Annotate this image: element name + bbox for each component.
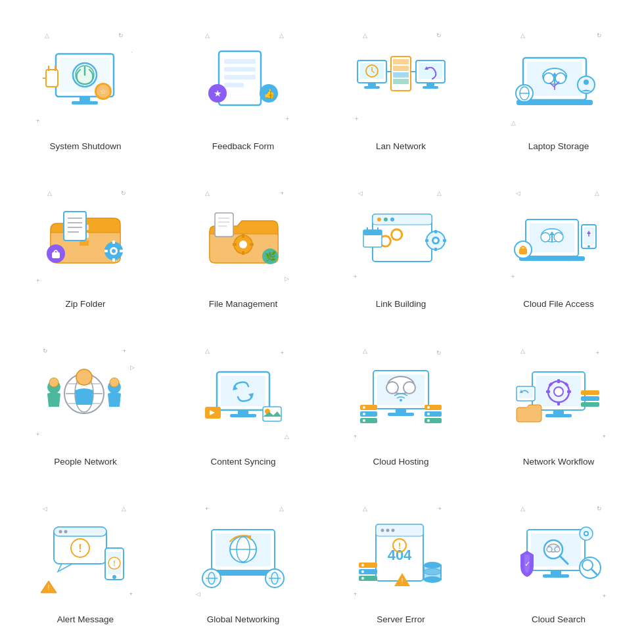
- cell-content-syncing[interactable]: △ + △: [164, 322, 322, 480]
- label-network-workflow: Network Workflow: [523, 456, 595, 468]
- svg-point-107: [541, 233, 550, 242]
- svg-rect-170: [553, 410, 564, 415]
- icon-people-network: ↻ + + ▷: [33, 344, 138, 449]
- svg-rect-133: [238, 410, 248, 415]
- svg-point-159: [427, 419, 430, 422]
- svg-text:!: !: [78, 543, 81, 554]
- svg-point-99: [434, 239, 438, 242]
- cell-cloud-search[interactable]: △ ↻ + ✓: [480, 480, 637, 637]
- svg-point-218: [361, 564, 364, 566]
- label-system-shutdown: System Shutdown: [50, 141, 122, 152]
- cell-link-building[interactable]: ◁ △ +: [322, 164, 480, 322]
- svg-point-163: [554, 387, 563, 396]
- svg-point-90: [390, 218, 394, 221]
- icon-cloud-hosting: △ ↻ +: [348, 344, 453, 449]
- svg-text:☆: ☆: [100, 87, 106, 95]
- icon-global-networking: + △ ◁: [191, 502, 296, 607]
- label-cloud-file-access: Cloud File Access: [523, 298, 593, 310]
- cell-server-error[interactable]: △ + + 404 !: [322, 480, 480, 637]
- svg-point-45: [555, 73, 566, 83]
- svg-point-56: [584, 80, 589, 85]
- svg-rect-146: [396, 409, 406, 413]
- svg-point-220: [361, 577, 364, 580]
- svg-point-237: [555, 547, 560, 552]
- svg-point-211: [392, 529, 395, 532]
- label-server-error: Server Error: [377, 614, 425, 626]
- svg-point-210: [386, 529, 390, 532]
- cell-zip-folder[interactable]: △ ↻ +: [7, 164, 164, 322]
- cell-global-networking[interactable]: + △ ◁: [164, 480, 322, 637]
- svg-point-128: [76, 369, 92, 385]
- cell-cloud-hosting[interactable]: △ ↻ +: [322, 322, 480, 480]
- cell-lan-network[interactable]: △ ↻ +: [322, 7, 480, 164]
- svg-point-145: [400, 399, 402, 402]
- cell-cloud-file-access[interactable]: ◁ △ +: [480, 164, 637, 322]
- svg-rect-173: [518, 388, 533, 398]
- svg-rect-102: [425, 239, 428, 242]
- svg-rect-232: [543, 574, 569, 578]
- svg-rect-79: [250, 243, 254, 246]
- icon-cloud-file-access: ◁ △ +: [506, 187, 611, 292]
- cell-laptop-storage[interactable]: △ ↻ △: [480, 7, 637, 164]
- label-zip-folder: Zip Folder: [66, 298, 106, 310]
- svg-point-151: [363, 406, 365, 409]
- svg-rect-116: [519, 248, 527, 254]
- svg-rect-78: [233, 243, 237, 246]
- svg-rect-15: [224, 67, 256, 72]
- svg-rect-103: [443, 239, 446, 242]
- svg-rect-166: [546, 390, 550, 393]
- svg-text:!: !: [398, 541, 401, 551]
- svg-rect-147: [388, 413, 414, 416]
- svg-text:!: !: [401, 577, 403, 585]
- label-global-networking: Global Networking: [207, 614, 279, 626]
- svg-rect-77: [242, 251, 244, 255]
- svg-point-152: [363, 413, 365, 415]
- icon-system-shutdown: △ ↻ + ·: [33, 29, 138, 134]
- svg-point-157: [427, 406, 430, 409]
- label-alert-message: Alert Message: [57, 614, 114, 626]
- svg-point-236: [547, 547, 552, 552]
- svg-rect-231: [551, 570, 561, 575]
- svg-point-88: [377, 218, 381, 221]
- svg-point-75: [239, 241, 247, 248]
- svg-text:★: ★: [214, 88, 222, 99]
- svg-rect-66: [52, 252, 60, 258]
- svg-rect-175: [581, 390, 599, 395]
- cell-alert-message[interactable]: ◁ △ + ! !: [7, 480, 164, 637]
- svg-rect-87: [373, 214, 432, 225]
- cell-feedback-form[interactable]: △ △ + ★ 👍 Feedback Form: [164, 7, 322, 164]
- cell-file-management[interactable]: △ + ▷ 🌿: [164, 164, 322, 322]
- svg-point-226: [424, 576, 441, 583]
- svg-rect-100: [434, 230, 437, 233]
- svg-text:!: !: [48, 584, 50, 591]
- svg-rect-27: [368, 83, 376, 86]
- icon-link-building: ◁ △ +: [348, 187, 453, 292]
- cell-system-shutdown[interactable]: △ ↻ + ·: [7, 7, 164, 164]
- svg-point-244: [585, 532, 587, 535]
- svg-rect-156: [425, 418, 442, 423]
- svg-text:👍: 👍: [264, 88, 275, 99]
- svg-rect-31: [393, 66, 409, 71]
- svg-rect-37: [426, 83, 434, 86]
- svg-point-180: [59, 530, 62, 534]
- svg-rect-76: [242, 234, 244, 238]
- svg-rect-32: [393, 72, 409, 78]
- svg-rect-38: [423, 86, 438, 89]
- svg-point-89: [384, 218, 388, 221]
- icon-laptop-storage: △ ↻ △: [506, 29, 611, 134]
- svg-rect-6: [46, 70, 58, 87]
- svg-point-191: [112, 575, 116, 579]
- svg-rect-73: [120, 250, 123, 252]
- icon-network-workflow: △ + +: [506, 344, 611, 449]
- svg-rect-134: [230, 414, 256, 417]
- svg-rect-167: [567, 390, 571, 393]
- svg-rect-111: [519, 256, 585, 261]
- cell-network-workflow[interactable]: △ + +: [480, 322, 637, 480]
- label-content-syncing: Content Syncing: [210, 456, 275, 468]
- svg-point-209: [381, 529, 384, 532]
- cell-people-network[interactable]: ↻ + + ▷: [7, 322, 164, 480]
- svg-rect-101: [434, 248, 437, 251]
- label-laptop-storage: Laptop Storage: [528, 141, 589, 152]
- svg-point-69: [112, 249, 116, 253]
- svg-point-153: [363, 419, 365, 422]
